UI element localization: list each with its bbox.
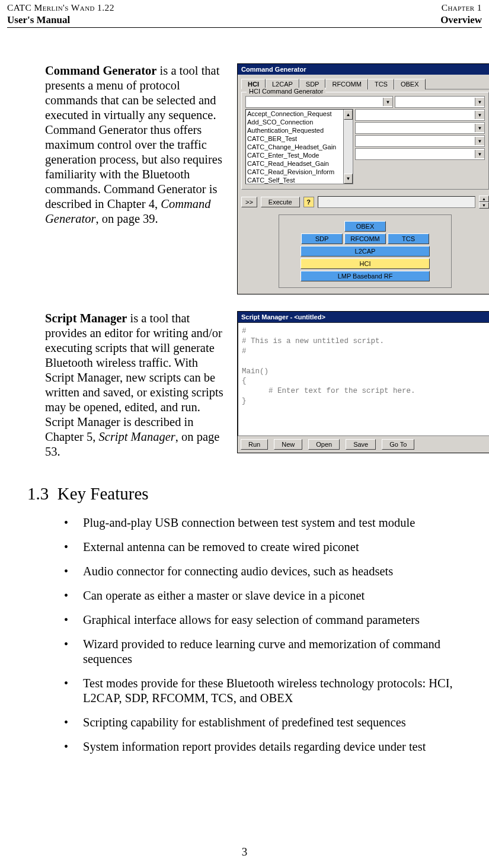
section-heading: 1.3 Key Features <box>27 484 482 504</box>
list-item: Scripting capability for establishment o… <box>81 715 482 730</box>
scroll-down-icon[interactable]: ▼ <box>344 174 353 184</box>
para2-strong: Script Manager <box>45 312 127 325</box>
list-item[interactable]: CATC_Read_Revision_Inform <box>246 168 353 176</box>
chevron-down-icon: ▼ <box>475 98 484 106</box>
expand-button[interactable]: >> <box>241 197 257 207</box>
scroll-up-icon[interactable]: ▲ <box>344 110 353 120</box>
header-left-bottom: User's Manual <box>7 14 114 26</box>
script-manager-toolbar: Run New Open Save Go To <box>238 436 489 453</box>
stack-hci[interactable]: HCI <box>301 258 430 269</box>
param-dropdown-5[interactable]: ▼ <box>355 148 485 160</box>
tab-obex[interactable]: OBEX <box>394 79 426 89</box>
help-icon[interactable]: ? <box>303 197 314 207</box>
command-generator-window: Command Generator HCI L2CAP SDP RFCOMM T… <box>237 63 489 294</box>
para1-t1: is a tool that presents a menu of protoc… <box>45 64 222 210</box>
new-button[interactable]: New <box>274 439 302 450</box>
script-manager-window: Script Manager - <untitled> # # This is … <box>237 311 489 453</box>
header-left-top: CATC Merlin's Wand 1.22 <box>7 2 114 13</box>
chevron-down-icon: ▼ <box>383 98 392 106</box>
stack-sdp[interactable]: SDP <box>301 233 343 244</box>
list-item[interactable]: CATC_Enter_Test_Mode <box>246 151 353 159</box>
tab-tcs[interactable]: TCS <box>368 79 394 89</box>
figure-command-generator: Command Generator HCI L2CAP SDP RFCOMM T… <box>237 63 489 311</box>
list-item: Audio connector for connecting audio dev… <box>81 564 482 579</box>
chevron-down-icon: ▼ <box>475 124 484 132</box>
execute-button[interactable]: Execute <box>261 197 300 207</box>
para2-t1: is a tool that provides an editor for wr… <box>45 312 223 443</box>
list-item: Plug-and-play USB connection between tes… <box>81 515 482 530</box>
protocol-stack: OBEX SDP RFCOMM TCS L2CAP HCI LMP Baseba… <box>279 214 452 288</box>
tab-rfcomm[interactable]: RFCOMM <box>325 79 368 89</box>
page-number: 3 <box>0 845 489 859</box>
list-item[interactable]: CATC_BER_Test <box>246 134 353 143</box>
command-generator-body: HCI L2CAP SDP RFCOMM TCS OBEX HCI Comman… <box>238 75 489 294</box>
para1-strong: Command Generator <box>45 64 156 77</box>
header-right: Chapter 1 Overview <box>440 2 482 26</box>
spin-down-icon[interactable]: ▼ <box>479 202 489 209</box>
run-button[interactable]: Run <box>241 439 268 450</box>
param-dropdown-1[interactable]: ▼ <box>395 96 485 108</box>
para-command-generator: Command Generator is a tool that present… <box>45 63 229 237</box>
param-dropdown-3[interactable]: ▼ <box>355 122 485 134</box>
stack-baseband[interactable]: LMP Baseband RF <box>301 271 430 281</box>
chevron-down-icon: ▼ <box>475 150 484 158</box>
chevron-down-icon: ▼ <box>475 111 484 119</box>
goto-button[interactable]: Go To <box>382 439 414 450</box>
stack-obex[interactable]: OBEX <box>344 221 386 232</box>
para1-t2: , on page 39. <box>95 212 158 225</box>
figure-script-manager: Script Manager - <untitled> # # This is … <box>237 311 489 470</box>
script-editor[interactable]: # # This is a new untitled script. # Mai… <box>238 322 489 436</box>
para-script-manager: Script Manager is a tool that provides a… <box>45 311 229 470</box>
page-header: CATC Merlin's Wand 1.22 User's Manual Ch… <box>7 0 482 28</box>
key-features-list: Plug-and-play USB connection between tes… <box>45 515 482 754</box>
list-item[interactable]: Accept_Connection_Request <box>246 110 353 118</box>
list-item[interactable]: Add_SCO_Connection <box>246 118 353 126</box>
spinner[interactable]: ▲ ▼ <box>479 196 489 209</box>
group-label: HCI Command Generator <box>247 88 325 95</box>
list-item: External antenna can be removed to creat… <box>81 540 482 555</box>
list-item: Test modes provide for these Bluetooth w… <box>81 676 482 706</box>
header-right-bottom: Overview <box>440 14 482 26</box>
list-item[interactable]: CATC_Change_Headset_Gain <box>246 143 353 151</box>
list-item[interactable]: CATC_Self_Test <box>246 176 353 184</box>
script-manager-titlebar: Script Manager - <untitled> <box>238 312 489 322</box>
save-button[interactable]: Save <box>346 439 376 450</box>
header-left: CATC Merlin's Wand 1.22 User's Manual <box>7 2 114 26</box>
command-generator-toolbar: >> Execute ? ▲ ▼ <box>241 193 489 211</box>
hci-command-generator-group: HCI Command Generator ▼ ▼ <box>241 92 489 190</box>
stack-l2cap[interactable]: L2CAP <box>301 246 430 257</box>
list-item[interactable]: CATC_Read_Headset_Gain <box>246 159 353 168</box>
body-area: Command Generator is a tool that present… <box>7 63 482 754</box>
row-script-manager: Script Manager is a tool that provides a… <box>45 311 482 470</box>
stack-rfcomm[interactable]: RFCOMM <box>344 233 386 244</box>
spin-up-icon[interactable]: ▲ <box>479 196 489 202</box>
list-item: Graphical interface allows for easy sele… <box>81 613 482 627</box>
param-dropdown-4[interactable]: ▼ <box>355 135 485 147</box>
section-number: 1.3 <box>27 484 49 503</box>
chevron-down-icon: ▼ <box>475 137 484 145</box>
list-item[interactable]: Authentication_Requested <box>246 126 353 134</box>
list-item: System information report provides detai… <box>81 739 482 754</box>
command-dropdown-1[interactable]: ▼ <box>245 96 393 108</box>
status-field <box>318 196 475 208</box>
command-generator-titlebar: Command Generator <box>238 64 489 75</box>
page: CATC Merlin's Wand 1.22 User's Manual Ch… <box>0 0 489 868</box>
list-item: Can operate as either a master or slave … <box>81 588 482 603</box>
row-command-generator: Command Generator is a tool that present… <box>45 63 482 311</box>
command-listbox[interactable]: Accept_Connection_Request Add_SCO_Connec… <box>245 109 353 184</box>
scrollbar[interactable]: ▲ ▼ <box>343 110 353 184</box>
header-right-top: Chapter 1 <box>440 2 482 13</box>
list-item: Wizard provided to reduce learning curve… <box>81 637 482 667</box>
param-dropdown-2[interactable]: ▼ <box>355 109 485 121</box>
open-button[interactable]: Open <box>308 439 340 450</box>
stack-tcs[interactable]: TCS <box>388 233 429 244</box>
para2-em: Script Manager <box>99 430 175 443</box>
section-title: Key Features <box>57 484 149 503</box>
